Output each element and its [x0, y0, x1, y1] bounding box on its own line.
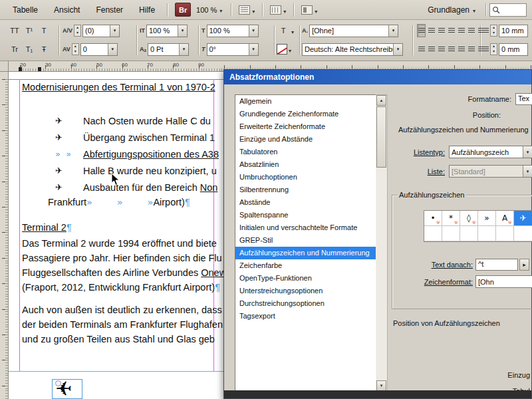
- justify-left-button[interactable]: [447, 24, 456, 37]
- strikethrough-button[interactable]: Ŧ: [37, 43, 51, 56]
- baseline-shift-select[interactable]: 0 Pt: [148, 43, 189, 56]
- listentyp-label[interactable]: Listentyp:: [414, 148, 445, 156]
- bullet-cell-empty[interactable]: [442, 226, 460, 241]
- margin-guide-top[interactable]: [9, 79, 248, 80]
- chevron-down-icon[interactable]: [249, 25, 258, 37]
- liste-label[interactable]: Liste:: [428, 168, 445, 176]
- list-item[interactable]: Grundlegende Zeichenformate: [235, 108, 376, 120]
- fill-type-button[interactable]: T: [277, 24, 290, 37]
- all-caps-button[interactable]: TT: [8, 24, 21, 37]
- horizontal-scale-select[interactable]: 100 %: [207, 25, 259, 37]
- align-right-button[interactable]: [437, 24, 446, 37]
- list-item[interactable]: Tagsexport: [235, 310, 376, 323]
- list-item[interactable]: Tabulatoren: [235, 146, 376, 158]
- list-item[interactable]: Abstände: [235, 196, 376, 209]
- ruler-vertical[interactable]: [0, 72, 9, 399]
- list-scrollbar[interactable]: [376, 94, 388, 392]
- stroke-none-swatch[interactable]: [277, 44, 287, 55]
- chevron-down-icon[interactable]: [110, 25, 119, 37]
- list-item[interactable]: GREP-Stil: [235, 234, 376, 247]
- menu-item-ansicht[interactable]: Ansicht: [47, 3, 87, 17]
- superscript-button[interactable]: T¹: [23, 24, 36, 37]
- justify-right-button[interactable]: [467, 24, 475, 37]
- bullet-cell-empty[interactable]: [478, 226, 496, 241]
- spacing-field-top[interactable]: 10 mm: [499, 25, 528, 37]
- scroll-up-button[interactable]: [376, 95, 386, 106]
- bullet-cell[interactable]: Au: [496, 211, 514, 226]
- chevron-down-icon[interactable]: [178, 25, 187, 37]
- indent-first-button[interactable]: [467, 43, 475, 56]
- scroll-down-button[interactable]: [376, 380, 386, 391]
- bridge-button[interactable]: Br: [175, 3, 191, 17]
- align-center-button[interactable]: [427, 24, 436, 37]
- list-item[interactable]: Umbruchoptionen: [235, 171, 376, 184]
- list-item[interactable]: Allgemein: [235, 95, 376, 108]
- char-format-select[interactable]: [Ohn: [475, 275, 532, 288]
- align-bottom-button[interactable]: [437, 43, 446, 56]
- list-item[interactable]: Unterstreichungsoptionen: [235, 285, 376, 297]
- chevron-down-icon[interactable]: [523, 146, 532, 158]
- vertical-scale-select[interactable]: 100 %: [146, 25, 188, 37]
- list-item[interactable]: Zeichenfarbe: [235, 259, 376, 272]
- search-input[interactable]: [489, 3, 527, 17]
- list-item[interactable]: Absatzlinien: [235, 158, 376, 171]
- bullet-cell-empty[interactable]: [496, 226, 514, 241]
- bullet-cell-empty[interactable]: [514, 226, 532, 241]
- margin-guide-left[interactable]: [19, 79, 20, 372]
- list-item[interactable]: Erweiterte Zeichenformate: [235, 120, 376, 133]
- scroll-thumb[interactable]: [376, 106, 386, 168]
- bullet-cell[interactable]: »: [478, 211, 496, 226]
- justify-center-button[interactable]: [457, 24, 466, 37]
- indent-marker[interactable]: [19, 67, 22, 71]
- menu-item-hilfe[interactable]: Hilfe: [132, 3, 162, 17]
- indent-right-button[interactable]: [457, 43, 466, 56]
- list-item[interactable]: Einzüge und Abstände: [235, 133, 376, 146]
- list-item[interactable]: Durchstreichungsoptionen: [235, 297, 376, 310]
- align-middle-button[interactable]: [427, 43, 436, 56]
- menu-item-tabelle[interactable]: Tabelle: [5, 3, 45, 17]
- view-options-button[interactable]: [236, 4, 257, 16]
- language-select[interactable]: Deutsch: Alte Rechtschreibu: [302, 43, 403, 56]
- bullet-cell[interactable]: *u: [442, 211, 460, 226]
- chevron-down-icon[interactable]: [179, 44, 188, 55]
- dialog-titlebar[interactable]: Absatzformatoptionen: [224, 70, 531, 84]
- indent-left-button[interactable]: [447, 43, 456, 56]
- tracking-select[interactable]: 0: [80, 43, 118, 56]
- list-item[interactable]: Initialen und verschachtelte Formate: [235, 221, 376, 234]
- text-after-input[interactable]: ^t: [475, 259, 518, 271]
- bullet-cell-selected-airplane[interactable]: ✈: [514, 211, 532, 226]
- chevron-down-icon[interactable]: [388, 25, 398, 37]
- text-after-label[interactable]: Text danach:: [432, 261, 473, 269]
- spacing-stepper[interactable]: [490, 25, 497, 37]
- char-format-label[interactable]: Zeichenformat:: [424, 278, 473, 286]
- spacing-field-bottom[interactable]: 0 mm: [499, 43, 528, 56]
- bullet-cell[interactable]: •u: [424, 211, 442, 226]
- guide-cyan[interactable]: [9, 371, 235, 372]
- text-after-flyout-button[interactable]: [519, 259, 529, 271]
- indent-marker[interactable]: [38, 67, 41, 71]
- character-style-select[interactable]: [Ohne]: [309, 25, 398, 37]
- listentyp-select[interactable]: Aufzählungszeich: [449, 146, 532, 158]
- list-item[interactable]: Spaltenspanne: [235, 209, 376, 221]
- list-item[interactable]: OpenType-Funktionen: [235, 272, 376, 285]
- align-top-button[interactable]: [417, 43, 426, 56]
- subscript-button[interactable]: T₁: [23, 43, 36, 56]
- list-item-selected[interactable]: Aufzählungszeichen und Nummerierung: [235, 247, 376, 259]
- bullet-cell[interactable]: ◊u: [460, 211, 478, 226]
- underline-button[interactable]: T: [37, 24, 51, 37]
- formatname-input[interactable]: Tex: [515, 93, 532, 105]
- kerning-stepper[interactable]: [74, 25, 81, 37]
- zoom-level-select[interactable]: 100 %: [192, 5, 226, 15]
- align-left-button[interactable]: [417, 24, 426, 37]
- menu-item-fenster[interactable]: Fenster: [88, 3, 130, 17]
- arrange-documents-button[interactable]: [299, 4, 320, 16]
- content-grabber-icon[interactable]: [55, 380, 61, 386]
- chevron-down-icon[interactable]: [108, 44, 117, 55]
- tracking-stepper[interactable]: [72, 43, 79, 55]
- list-item[interactable]: Silbentrennung: [235, 184, 376, 196]
- workspace-switcher[interactable]: Grundlagen: [421, 5, 482, 15]
- chevron-down-icon[interactable]: [393, 44, 402, 55]
- bullet-cell-empty[interactable]: [460, 226, 478, 241]
- small-caps-button[interactable]: Tr: [8, 43, 21, 56]
- screen-mode-button[interactable]: [267, 4, 289, 16]
